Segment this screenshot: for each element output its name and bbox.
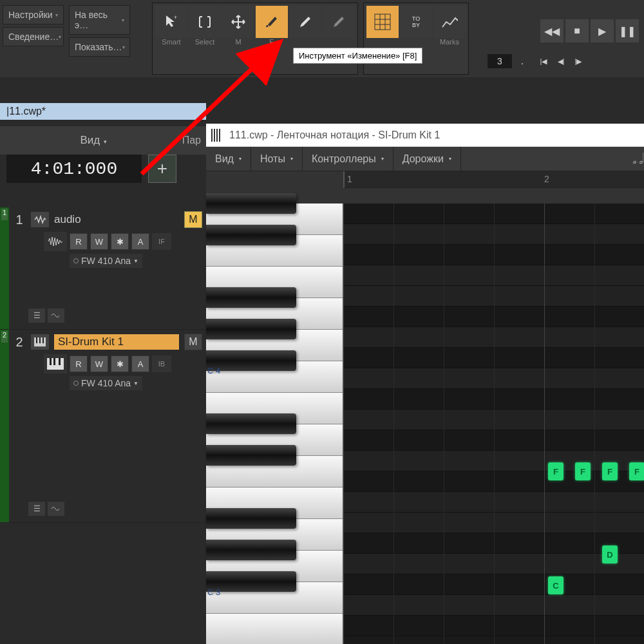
track-1-r[interactable]: R bbox=[70, 233, 88, 250]
track-2-mini-bars[interactable]: ☰ bbox=[28, 502, 45, 516]
piano-roll-title-bar[interactable]: 111.cwp - Ленточная нотация - SI-Drum Ki… bbox=[206, 124, 644, 147]
track-1-mute[interactable]: M bbox=[184, 211, 202, 228]
key-label-c4: C 4 bbox=[207, 366, 220, 375]
pw-menu-notes[interactable]: Ноты▾ bbox=[251, 147, 303, 171]
track-1-w[interactable]: W bbox=[90, 233, 108, 250]
pw-menu-tracks[interactable]: Дорожки▾ bbox=[393, 147, 461, 171]
midi-note[interactable]: D bbox=[602, 545, 618, 564]
svg-rect-9 bbox=[53, 358, 55, 365]
tool-marks[interactable] bbox=[433, 6, 466, 38]
track-2[interactable]: 2 2 SI-Drum Kit 1 M R W ✱ A IB FW 410 An… bbox=[0, 330, 206, 523]
track-1-index: 1 bbox=[13, 213, 26, 227]
counter-dot[interactable]: . bbox=[516, 54, 528, 68]
track-1[interactable]: 1 1 audio M R W ✱ A IF FW 410 Ana▼ ☰ bbox=[0, 207, 206, 330]
step-back-button[interactable]: ◀| bbox=[553, 55, 569, 68]
waveform-icon[interactable] bbox=[44, 232, 67, 251]
menu-fullscreen[interactable]: На весь э…▾ bbox=[69, 5, 130, 35]
pw-menu-view[interactable]: Вид▾ bbox=[206, 147, 251, 171]
track-1-mini-bars[interactable]: ☰ bbox=[28, 308, 45, 323]
rewind-button[interactable]: ◀◀ bbox=[540, 19, 564, 43]
track-1-mini-wave[interactable] bbox=[48, 308, 64, 323]
track-2-a[interactable]: A bbox=[131, 355, 149, 372]
tool-edit[interactable] bbox=[256, 6, 288, 38]
par-label: Пар bbox=[182, 135, 201, 146]
tool-snap[interactable] bbox=[366, 6, 399, 38]
piano-roll-menu: Вид▾ Ноты▾ Контроллеры▾ Дорожки▾ 𝅗 𝅗𝅥 bbox=[206, 147, 644, 171]
track-type-midi-icon[interactable] bbox=[31, 334, 49, 350]
tracks-panel: 1 1 audio M R W ✱ A IF FW 410 Ana▼ ☰ bbox=[0, 207, 206, 523]
track-1-marker: 1 bbox=[1, 209, 8, 220]
tool-draw[interactable] bbox=[289, 6, 321, 38]
pw-menu-controllers[interactable]: Контроллеры▾ bbox=[303, 147, 393, 171]
track-2-marker: 2 bbox=[1, 331, 8, 343]
track-2-r[interactable]: R bbox=[70, 355, 88, 372]
piano-roll-window: 111.cwp - Ленточная нотация - SI-Drum Ki… bbox=[206, 124, 644, 644]
time-display[interactable]: 4:01:000 bbox=[6, 155, 142, 183]
track-1-a[interactable]: A bbox=[131, 233, 149, 250]
midi-note[interactable]: F bbox=[602, 462, 618, 480]
track-2-mute[interactable]: M bbox=[184, 334, 202, 350]
tool-select[interactable] bbox=[189, 6, 221, 38]
track-2-mini-wave[interactable] bbox=[48, 502, 64, 516]
midi-note[interactable]: F bbox=[548, 462, 564, 480]
tool-toby[interactable]: TOBY bbox=[400, 6, 432, 38]
menu-settings[interactable]: Настройки▾ bbox=[3, 5, 64, 24]
key-label-c3: C 3 bbox=[207, 587, 220, 597]
track-2-if[interactable]: IB bbox=[152, 355, 171, 372]
svg-rect-5 bbox=[39, 337, 41, 343]
tool-erase[interactable] bbox=[323, 6, 355, 38]
track-1-fx[interactable]: ✱ bbox=[111, 233, 129, 250]
pause-button[interactable]: ❚❚ bbox=[616, 19, 639, 43]
transport-controls: ◀◀ ■ ▶ ❚❚ bbox=[540, 19, 639, 43]
tool-smart[interactable]: + bbox=[155, 6, 187, 38]
to-start-button[interactable]: |◀ bbox=[536, 55, 551, 68]
track-2-index: 2 bbox=[13, 335, 26, 350]
add-track-button[interactable]: + bbox=[148, 155, 176, 183]
svg-rect-6 bbox=[43, 337, 44, 343]
play-button[interactable]: ▶ bbox=[591, 19, 614, 43]
svg-rect-4 bbox=[36, 337, 37, 343]
piano-roll-icon bbox=[211, 129, 224, 142]
counter-box[interactable]: 3 bbox=[488, 54, 512, 68]
track-type-audio-icon[interactable] bbox=[31, 212, 49, 227]
track-2-fx[interactable]: ✱ bbox=[111, 355, 129, 372]
svg-rect-1 bbox=[375, 14, 390, 30]
view-dropdown[interactable]: Вид▾ bbox=[5, 134, 182, 147]
midi-note[interactable]: C bbox=[548, 576, 564, 594]
track-2-output[interactable]: FW 410 Ana▼ bbox=[70, 376, 142, 390]
svg-text:+: + bbox=[174, 14, 177, 21]
piano-keyboard[interactable]: C 4 C 3 bbox=[206, 204, 343, 644]
svg-rect-8 bbox=[50, 358, 52, 365]
track-2-name[interactable]: SI-Drum Kit 1 bbox=[54, 334, 179, 350]
tool-move[interactable] bbox=[222, 6, 254, 38]
svg-rect-10 bbox=[59, 358, 61, 365]
midi-note[interactable]: F bbox=[629, 462, 644, 480]
step-fwd-button[interactable]: |▶ bbox=[571, 55, 586, 68]
track-2-w[interactable]: W bbox=[90, 355, 108, 372]
midi-grid[interactable]: F F F F D C bbox=[343, 204, 644, 644]
midi-note[interactable]: F bbox=[575, 462, 591, 480]
keyboard-icon[interactable] bbox=[44, 354, 67, 374]
stop-button[interactable]: ■ bbox=[565, 19, 589, 43]
menu-mixdown[interactable]: Сведение…▾ bbox=[3, 27, 64, 46]
track-1-if[interactable]: IF bbox=[152, 233, 171, 250]
track-1-output[interactable]: FW 410 Ana▼ bbox=[70, 254, 142, 268]
edit-tool-tooltip: Инструмент «Изменение» [F8] bbox=[293, 48, 422, 64]
track-view-header: Вид▾ Пар bbox=[0, 126, 206, 155]
menu-show[interactable]: Показать…▾ bbox=[69, 37, 130, 57]
file-tab[interactable]: |11.cwp* bbox=[0, 103, 206, 120]
track-1-name[interactable]: audio bbox=[54, 213, 179, 226]
